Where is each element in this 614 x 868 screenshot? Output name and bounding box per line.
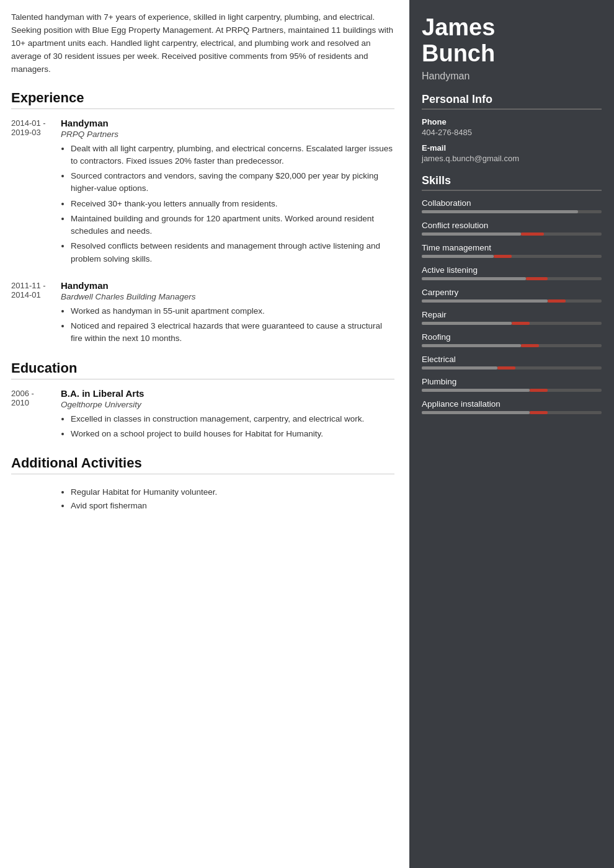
skill-bar-bg-8: [422, 389, 602, 392]
skill-bar-bg-0: [422, 210, 602, 213]
skill-name-9: Appliance installation: [422, 399, 602, 409]
skill-bar-fill-7: [422, 366, 497, 370]
skill-row-6: Roofing: [422, 332, 602, 347]
skill-name-4: Carpentry: [422, 288, 602, 297]
skill-row-8: Plumbing: [422, 377, 602, 392]
skill-bar-fill-0: [422, 210, 578, 213]
skill-bar-accent-6: [521, 344, 539, 347]
skill-name-6: Roofing: [422, 332, 602, 342]
experience-date-2: 2011-11 - 2014-01: [11, 280, 61, 348]
experience-section: Experience 2014-01 - 2019-03 Handyman PR…: [11, 90, 394, 348]
education-title: Education: [11, 360, 394, 379]
skill-bar-accent-3: [526, 277, 548, 280]
email-label: E-mail: [422, 143, 602, 153]
additional-title: Additional Activities: [11, 455, 394, 474]
skill-name-3: Active listening: [422, 265, 602, 275]
skill-name-1: Conflict resolution: [422, 221, 602, 230]
skill-bar-bg-9: [422, 411, 602, 414]
experience-title: Experience: [11, 90, 394, 109]
experience-org-2: Bardwell Charles Building Managers: [61, 292, 394, 301]
education-date-1: 2006 - 2010: [11, 388, 61, 443]
bullet-2-1: Worked as handyman in 55-unit apartment …: [71, 305, 394, 317]
bullet-1-2: Sourced contractors and vendors, saving …: [71, 170, 394, 195]
sidebar: JamesBunch Handyman Personal Info Phone …: [409, 0, 614, 868]
bullet-1-3: Received 30+ thank-you letters annually …: [71, 198, 394, 210]
add-bullet-2: Avid sport fisherman: [71, 499, 394, 513]
bullet-2-2: Noticed and repaired 3 electrical hazard…: [71, 320, 394, 345]
skill-row-1: Conflict resolution: [422, 221, 602, 236]
skill-name-7: Electrical: [422, 355, 602, 364]
education-org: Ogelthorpe University: [61, 400, 394, 409]
skill-row-4: Carpentry: [422, 288, 602, 303]
experience-title-1: Handyman: [61, 118, 394, 128]
experience-bullets-1: Dealt with all light carpentry, plumbing…: [61, 143, 394, 265]
education-bullets: Excelled in classes in construction mana…: [61, 413, 394, 441]
skill-bar-bg-1: [422, 232, 602, 236]
skill-bar-fill-9: [422, 411, 530, 414]
experience-entry-2: 2011-11 - 2014-01 Handyman Bardwell Char…: [11, 280, 394, 348]
edu-bullet-1: Excelled in classes in construction mana…: [71, 413, 394, 425]
skill-row-5: Repair: [422, 310, 602, 325]
experience-entry-1: 2014-01 - 2019-03 Handyman PRPQ Partners…: [11, 118, 394, 268]
edu-bullet-2: Worked on a school project to build hous…: [71, 428, 394, 440]
skill-bar-fill-5: [422, 322, 512, 325]
experience-org-1: PRPQ Partners: [61, 130, 394, 139]
bullet-1-5: Resolved conflicts between residents and…: [71, 240, 394, 265]
skill-bar-bg-7: [422, 366, 602, 370]
bullet-1-4: Maintained building and grounds for 120 …: [71, 213, 394, 238]
skill-bar-fill-3: [422, 277, 526, 280]
skills-container: CollaborationConflict resolutionTime man…: [422, 198, 602, 414]
skill-bar-bg-6: [422, 344, 602, 347]
email-value: james.q.bunch@gmail.com: [422, 154, 602, 163]
skill-name-0: Collaboration: [422, 198, 602, 208]
add-bullet-1: Regular Habitat for Humanity volunteer.: [71, 485, 394, 499]
skill-bar-accent-8: [530, 389, 548, 392]
skill-name-8: Plumbing: [422, 377, 602, 386]
skills-title: Skills: [422, 174, 602, 191]
skill-bar-accent-9: [530, 411, 548, 414]
skill-bar-bg-4: [422, 299, 602, 303]
education-section: Education 2006 - 2010 B.A. in Liberal Ar…: [11, 360, 394, 443]
additional-bullets: Regular Habitat for Humanity volunteer. …: [61, 485, 394, 512]
experience-date-1: 2014-01 - 2019-03: [11, 118, 61, 268]
skill-bar-fill-4: [422, 299, 548, 303]
education-degree: B.A. in Liberal Arts: [61, 388, 394, 399]
bullet-1-1: Dealt with all light carpentry, plumbing…: [71, 143, 394, 168]
phone-label: Phone: [422, 117, 602, 126]
summary-text: Talented handyman with 7+ years of exper…: [11, 11, 394, 76]
skill-bar-accent-5: [512, 322, 530, 325]
additional-entry: Regular Habitat for Humanity volunteer. …: [11, 483, 394, 512]
skill-row-7: Electrical: [422, 355, 602, 370]
skill-bar-fill-8: [422, 389, 530, 392]
additional-date: [11, 483, 61, 512]
skill-name-5: Repair: [422, 310, 602, 319]
skill-bar-fill-2: [422, 255, 494, 258]
skill-row-9: Appliance installation: [422, 399, 602, 414]
phone-value: 404-276-8485: [422, 128, 602, 137]
experience-bullets-2: Worked as handyman in 55-unit apartment …: [61, 305, 394, 345]
skill-bar-accent-4: [548, 299, 566, 303]
skill-bar-accent-2: [494, 255, 512, 258]
skill-row-0: Collaboration: [422, 198, 602, 213]
skill-bar-fill-1: [422, 232, 521, 236]
skill-bar-accent-7: [497, 366, 515, 370]
skill-bar-bg-2: [422, 255, 602, 258]
skill-bar-accent-1: [521, 232, 545, 236]
skill-name-2: Time management: [422, 243, 602, 252]
skill-row-2: Time management: [422, 243, 602, 258]
name-block: JamesBunch Handyman: [422, 15, 602, 82]
skill-row-3: Active listening: [422, 265, 602, 280]
candidate-name: JamesBunch: [422, 15, 602, 67]
skill-bar-bg-5: [422, 322, 602, 325]
skill-bar-fill-6: [422, 344, 521, 347]
experience-title-2: Handyman: [61, 280, 394, 291]
candidate-profession: Handyman: [422, 71, 602, 82]
skill-bar-bg-3: [422, 277, 602, 280]
education-entry-1: 2006 - 2010 B.A. in Liberal Arts Ogeltho…: [11, 388, 394, 443]
personal-info-title: Personal Info: [422, 93, 602, 110]
additional-section: Additional Activities Regular Habitat fo…: [11, 455, 394, 512]
